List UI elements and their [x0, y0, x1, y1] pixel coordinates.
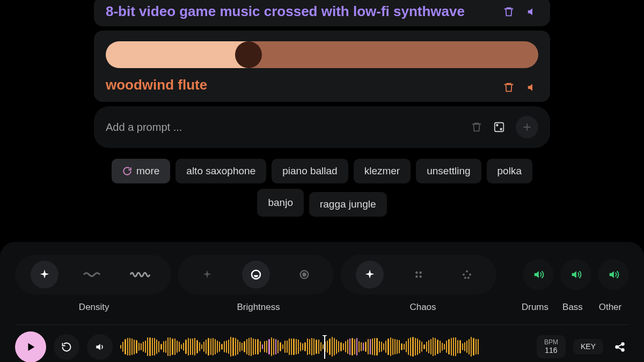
prompt-text: woodwind flute — [106, 77, 538, 93]
brightness-mid[interactable] — [242, 261, 270, 289]
brightness-label: Brightness — [179, 302, 337, 313]
add-button[interactable] — [516, 116, 538, 138]
svg-point-2 — [500, 128, 502, 130]
svg-rect-0 — [495, 123, 504, 132]
svg-point-3 — [252, 270, 260, 279]
chip-suggestion[interactable]: polka — [487, 159, 532, 183]
svg-point-6 — [415, 271, 418, 274]
drums-label: Drums — [516, 302, 554, 313]
trash-icon[interactable] — [471, 121, 482, 133]
brightness-low[interactable] — [193, 261, 221, 289]
transport-bar: BPM 116 KEY — [15, 324, 629, 362]
svg-point-13 — [464, 277, 466, 279]
chip-label: more — [136, 165, 159, 177]
brightness-group — [178, 255, 334, 294]
svg-point-8 — [415, 275, 418, 278]
share-icon[interactable] — [611, 341, 629, 353]
drums-toggle[interactable] — [523, 259, 554, 290]
bpm-box[interactable]: BPM 116 — [537, 335, 566, 358]
prompt-card-2: woodwind flute — [94, 31, 550, 102]
svg-point-12 — [469, 274, 471, 276]
brightness-high[interactable] — [290, 261, 318, 289]
other-label: Other — [591, 302, 629, 313]
chip-suggestion[interactable]: unsettling — [416, 159, 481, 183]
chip-suggestion[interactable]: alto saxophone — [175, 159, 266, 183]
chaos-group — [340, 255, 496, 294]
chaos-label: Chaos — [344, 302, 502, 313]
trash-icon[interactable] — [503, 6, 515, 18]
trash-icon[interactable] — [503, 82, 515, 93]
dice-icon[interactable] — [493, 121, 505, 133]
chip-suggestion[interactable]: piano ballad — [272, 159, 348, 183]
volume-button[interactable] — [87, 334, 113, 360]
waveform[interactable] — [120, 335, 529, 359]
svg-point-14 — [467, 277, 470, 279]
chip-suggestion[interactable]: banjo — [257, 189, 304, 217]
svg-point-10 — [466, 270, 468, 272]
chaos-mid[interactable] — [405, 261, 433, 289]
other-toggle[interactable] — [598, 259, 629, 290]
svg-point-5 — [303, 273, 306, 276]
density-mid[interactable] — [79, 261, 107, 289]
chaos-low[interactable] — [356, 261, 384, 289]
svg-point-9 — [419, 275, 422, 278]
density-high[interactable] — [128, 261, 156, 289]
slider-thumb[interactable] — [235, 41, 262, 68]
svg-point-7 — [419, 271, 422, 274]
suggestion-chips: more alto saxophone piano ballad klezmer… — [94, 159, 550, 217]
prompt-text: 8-bit video game music crossed with low-… — [106, 3, 538, 20]
play-button[interactable] — [15, 331, 46, 363]
prompt-card-1: 8-bit video game music crossed with low-… — [94, 0, 550, 26]
bass-label: Bass — [554, 302, 591, 313]
chaos-high[interactable] — [453, 261, 481, 289]
add-prompt-input[interactable]: Add a prompt ... — [106, 121, 182, 134]
svg-point-11 — [463, 274, 465, 276]
loop-button[interactable] — [54, 334, 79, 360]
mute-icon[interactable] — [526, 6, 538, 18]
chip-more[interactable]: more — [112, 159, 170, 183]
chip-suggestion[interactable]: ragga jungle — [309, 192, 387, 217]
add-prompt-card: Add a prompt ... — [94, 106, 550, 148]
chip-suggestion[interactable]: klezmer — [354, 159, 411, 183]
density-label: Density — [15, 302, 173, 313]
prompt-slider[interactable] — [106, 41, 538, 68]
svg-point-1 — [496, 124, 498, 126]
mute-icon[interactable] — [526, 82, 538, 93]
controls-panel: Density Brightness Chaos Drums Bass Othe… — [0, 242, 644, 362]
bass-toggle[interactable] — [560, 259, 591, 290]
density-low[interactable] — [31, 261, 58, 289]
playhead[interactable] — [321, 335, 328, 359]
density-group — [15, 255, 171, 294]
key-box[interactable]: KEY — [573, 339, 603, 354]
